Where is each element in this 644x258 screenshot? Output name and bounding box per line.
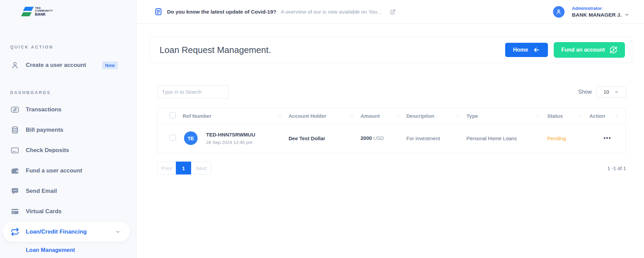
sort-icon[interactable]: ↑↓: [615, 114, 618, 118]
check-card-icon: [10, 146, 20, 155]
fund-account-button[interactable]: Fund an account $: [554, 42, 625, 58]
table-header-row: Ref Number↑↓ Account Holder↑↓ Amount↑↓ D…: [158, 108, 626, 124]
user-role: Administrator: [572, 6, 629, 11]
repeat-arrows-icon: [10, 227, 20, 237]
sort-icon[interactable]: ↑↓: [579, 114, 582, 118]
covid-alert: Do you know the latest update of Covid-1…: [154, 7, 395, 16]
top-navbar: Do you know the latest update of Covid-1…: [136, 0, 644, 24]
header-description[interactable]: Description↑↓: [406, 113, 466, 119]
brand-name: TED COMMUNITY BANK: [35, 7, 53, 16]
section-dashboards: DASHBOARDS: [10, 90, 136, 95]
show-label: Show: [578, 89, 592, 95]
ref-number: TED-HNN7SRWMUU: [206, 132, 255, 137]
sidebar-item-label: Loan/Credit Financing: [26, 228, 87, 235]
sort-icon[interactable]: ↑↓: [456, 114, 459, 118]
table-toolbar: Show 10: [157, 85, 626, 98]
sidebar-item-transactions[interactable]: Transactions: [0, 99, 136, 120]
fund-button-label: Fund an account: [562, 47, 605, 53]
row-avatar: TE: [184, 131, 198, 145]
search-input[interactable]: [157, 85, 229, 98]
transactions-icon: [10, 105, 20, 114]
alert-headline: Do you know the latest update of Covid-1…: [167, 9, 276, 15]
svg-text:$: $: [612, 48, 614, 52]
amount-value: 2000: [361, 135, 372, 141]
now-badge: Now: [102, 61, 118, 69]
user-avatar: [553, 6, 565, 18]
sidebar-item-label: Create a user account: [26, 62, 86, 69]
ref-date: 28 Sep 2024 12:45 pm: [206, 140, 255, 145]
header-type[interactable]: Type↑↓: [466, 113, 547, 119]
page-title: Loan Request Management.: [160, 45, 271, 55]
coins-stack-icon: [10, 125, 20, 135]
pagination: Prev 1 Next: [157, 162, 211, 174]
chevron-down-icon[interactable]: [625, 13, 629, 17]
amount-currency: USD: [373, 135, 384, 141]
user-name: BANK MANAGER J.: [572, 12, 622, 18]
prev-page-button[interactable]: Prev: [157, 162, 176, 174]
loan-table-section: Show 10 Ref Number↑↓ Account Holder↑↓ Am…: [157, 85, 626, 174]
row-actions-menu[interactable]: •••: [589, 135, 626, 141]
sidebar-nav: Transactions Bill payments Check Deposit…: [0, 99, 136, 253]
money-exchange-icon: $: [609, 46, 618, 54]
sidebar-item-label: Check Deposits: [26, 147, 69, 154]
header-amount[interactable]: Amount↑↓: [361, 113, 406, 119]
sidebar-item-label: Transactions: [26, 106, 61, 113]
external-link-icon[interactable]: [390, 9, 395, 15]
home-button-label: Home: [513, 47, 528, 53]
row-checkbox[interactable]: [169, 134, 176, 141]
results-summary: 1 -1 of 1: [607, 165, 626, 171]
chevron-down-icon: [614, 90, 619, 94]
status-badge: Pending: [547, 135, 589, 141]
header-ref-number[interactable]: Ref Number↑↓: [183, 113, 289, 119]
sidebar-item-bill-payments[interactable]: Bill payments: [0, 120, 136, 140]
main-area: Do you know the latest update of Covid-1…: [136, 0, 644, 174]
pagination-bar: Prev 1 Next 1 -1 of 1: [157, 162, 626, 174]
sidebar-item-label: Bill payments: [26, 127, 63, 133]
sidebar-subitem-loan-management[interactable]: Loan Management: [26, 247, 136, 253]
sort-icon[interactable]: ↑↓: [350, 114, 353, 118]
sort-icon[interactable]: ↑↓: [396, 114, 399, 118]
sort-icon[interactable]: ↑↓: [278, 114, 281, 118]
sidebar-item-label: Virtual Cards: [26, 208, 62, 215]
page-1-button[interactable]: 1: [176, 162, 191, 174]
loan-type: Personal Home Loans: [466, 135, 547, 141]
header-account-holder[interactable]: Account Holder↑↓: [289, 113, 361, 119]
bank-logo-icon: [22, 6, 33, 17]
wallet-icon: [10, 166, 20, 176]
page-content: Loan Request Management. Home Fund an ac…: [136, 24, 644, 174]
sidebar: TED COMMUNITY BANK QUICK ACTION Create a…: [0, 0, 136, 258]
chat-bubble-icon: [10, 186, 20, 196]
sidebar-item-label: Send Email: [26, 188, 57, 195]
header-status[interactable]: Status↑↓: [547, 113, 589, 119]
page-size-select[interactable]: 10: [596, 86, 626, 98]
loan-requests-table: Ref Number↑↓ Account Holder↑↓ Amount↑↓ D…: [157, 108, 626, 153]
account-holder: Dee Test Dollar: [289, 135, 361, 141]
header-action[interactable]: Action↑↓: [589, 113, 626, 119]
loan-description: For investment: [406, 135, 466, 141]
page-size-value: 10: [604, 89, 609, 95]
section-quick-action: QUICK ACTION: [10, 45, 136, 50]
user-menu[interactable]: Administrator BANK MANAGER J.: [553, 6, 629, 18]
alert-link-text[interactable]: A overview of our is now available on Yo…: [281, 9, 383, 15]
arrow-left-icon: [533, 46, 540, 54]
sidebar-item-virtual-cards[interactable]: Virtual Cards: [0, 201, 136, 222]
credit-card-icon: [10, 207, 20, 216]
chevron-down-icon[interactable]: [115, 229, 120, 234]
sidebar-item-loan-credit-financing[interactable]: Loan/Credit Financing: [3, 222, 130, 242]
sort-icon[interactable]: ↑↓: [537, 114, 540, 118]
sidebar-item-check-deposits[interactable]: Check Deposits: [0, 140, 136, 161]
sidebar-item-send-email[interactable]: Send Email: [0, 181, 136, 201]
sidebar-item-label: Fund a user account: [26, 167, 82, 174]
next-page-button[interactable]: Next: [191, 162, 211, 174]
brand-logo: TED COMMUNITY BANK: [22, 6, 136, 17]
user-outline-icon: [10, 60, 20, 70]
table-row: TE TED-HNN7SRWMUU 28 Sep 2024 12:45 pm D…: [158, 124, 626, 153]
news-icon: [154, 7, 163, 16]
sidebar-item-create-user-account[interactable]: Create a user account Now: [0, 56, 136, 75]
select-all-checkbox[interactable]: [169, 112, 176, 118]
page-header-card: Loan Request Management. Home Fund an ac…: [150, 37, 632, 63]
sidebar-item-fund-user-account[interactable]: Fund a user account: [0, 161, 136, 181]
home-button[interactable]: Home: [505, 43, 548, 57]
